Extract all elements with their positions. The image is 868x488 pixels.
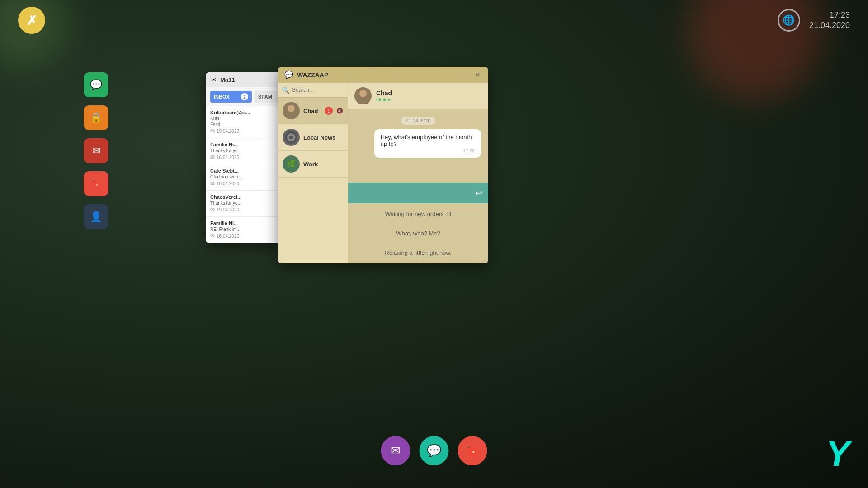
globe-icon[interactable]: 🌐 (778, 9, 800, 32)
svg-point-1 (285, 113, 297, 119)
chat-contact-status: Online (376, 97, 392, 102)
contact-local-news-name: Local News (303, 134, 336, 141)
contact-chad-name: Chad (303, 108, 318, 114)
chat-header: Chad Online (348, 83, 488, 109)
chat-responses: Waiting for new orders :D What, who? Me?… (348, 203, 488, 263)
chat-contact-avatar (354, 87, 372, 104)
logo-symbol: ✗ (27, 13, 37, 28)
search-icon: 🔍 (282, 86, 289, 94)
chat-response-item: Waiting for new orders :D (355, 208, 481, 220)
svg-point-8 (357, 98, 369, 104)
globe-symbol: 🌐 (783, 14, 795, 26)
contact-work-name: Work (303, 161, 318, 168)
sidebar-lock-icon[interactable]: 🔒 (84, 105, 108, 130)
chat-text-input[interactable] (354, 190, 472, 197)
wazzaap-body: 🔍 Chad 1 🔇 (278, 83, 488, 263)
svg-point-7 (359, 90, 367, 97)
chat-contact-name: Chad (376, 89, 392, 97)
sidebar-chat-icon[interactable]: 💬 (84, 72, 108, 97)
inbox-button[interactable]: INBOX 2 (210, 91, 252, 103)
envelope-icon: ✉ (210, 154, 215, 160)
wazzaap-chat-panel: Chad Online 21.04.2020 Hey, what's emplo… (348, 83, 488, 263)
wazzaap-title: WAZZAAP (297, 71, 328, 79)
work-avatar: 🌿 (283, 155, 300, 173)
bubble-text: Hey, what's employee of the month up to? (381, 134, 472, 147)
chad-avatar (283, 102, 300, 119)
local-news-avatar (283, 129, 300, 146)
envelope-icon: ✉ (210, 180, 215, 187)
wazzaap-contacts-panel: 🔍 Chad 1 🔇 (278, 83, 348, 263)
sidebar-user-icon[interactable]: 👤 (84, 204, 108, 229)
svg-text:🌿: 🌿 (287, 160, 296, 168)
y-brand-logo: Y (826, 433, 850, 474)
envelope-icon: ✉ (210, 233, 215, 239)
mail-window-title: Ma11 (220, 76, 235, 83)
taskbar-mail-icon[interactable]: ✉ (381, 436, 410, 465)
topbar-time: 17:23 21.04.2020 (809, 10, 850, 31)
chat-date-divider: 21.04.2020 (401, 117, 435, 125)
svg-point-4 (289, 136, 293, 139)
bubble-time: 17:22 (381, 148, 475, 153)
time-display: 17:23 (809, 10, 850, 20)
topbar-logo[interactable]: ✗ (18, 7, 45, 34)
chat-input-bar: ↩ (348, 183, 488, 203)
contact-item-work[interactable]: 🌿 Work (278, 151, 348, 178)
sidebar-mail-icon[interactable]: ✉ (84, 138, 108, 163)
chad-muted-icon: 🔇 (336, 108, 343, 114)
chat-messages: 21.04.2020 Hey, what's employee of the m… (348, 109, 488, 183)
wazzaap-window: 💬 WAZZAAP − × 🔍 C (278, 67, 488, 263)
chad-badge: 1 (325, 107, 333, 115)
taskbar-chat-icon[interactable]: 💬 (420, 436, 449, 465)
close-button[interactable]: × (474, 71, 482, 79)
mail-title-icon: ✉ (211, 76, 217, 83)
envelope-icon: ✉ (210, 206, 215, 213)
taskbar-bookmark-icon[interactable]: 🔖 (458, 436, 487, 465)
window-controls: − × (461, 71, 482, 79)
chat-bubble: Hey, what's employee of the month up to?… (374, 129, 481, 158)
inbox-badge: 2 (241, 93, 248, 100)
topbar-right: 🌐 17:23 21.04.2020 (778, 9, 850, 32)
chat-response-item: Relaxing a little right now. (355, 247, 481, 259)
contact-item-chad[interactable]: Chad 1 🔇 (278, 98, 348, 124)
date-display: 21.04.2020 (809, 20, 850, 31)
svg-point-0 (288, 105, 295, 112)
topbar: ✗ 🌐 17:23 21.04.2020 (0, 0, 868, 41)
envelope-icon: ✉ (210, 128, 215, 134)
left-sidebar: 💬 🔒 ✉ 🔖 👤 (84, 72, 113, 229)
chat-response-item: What, who? Me? (355, 227, 481, 239)
taskbar: ✉ 💬 🔖 (381, 436, 487, 465)
sidebar-bookmark-icon[interactable]: 🔖 (84, 171, 108, 196)
wazzaap-titlebar: 💬 WAZZAAP − × (278, 67, 488, 83)
contact-item-local-news[interactable]: Local News (278, 124, 348, 151)
chat-send-button[interactable]: ↩ (475, 188, 483, 198)
wazzaap-search-bar: 🔍 (278, 83, 348, 98)
wazzaap-app-icon: 💬 (284, 70, 293, 79)
minimize-button[interactable]: − (461, 71, 469, 79)
